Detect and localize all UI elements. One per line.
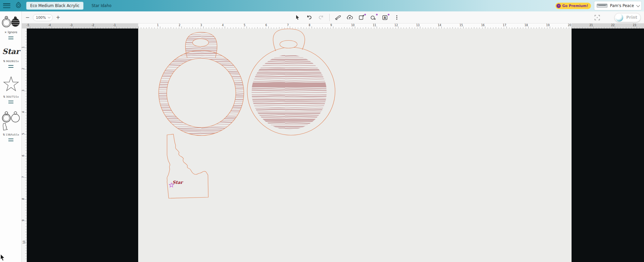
- select-tool-icon[interactable]: [294, 14, 301, 21]
- idaho-state-artwork[interactable]: Star: [167, 134, 208, 198]
- star-city-label: Star: [172, 180, 183, 185]
- more-options-icon[interactable]: [393, 14, 400, 21]
- printer-thumbnail: [597, 4, 607, 8]
- step-settings: 138/full/1x: [6, 133, 19, 136]
- step-engrave-text[interactable]: Star ⇅ 960/80/1x: [0, 48, 22, 68]
- tab-material[interactable]: Eco Medium Black Acrylic: [26, 2, 83, 9]
- artwork-layer: Star: [27, 29, 644, 262]
- glowforge-logo-icon[interactable]: [15, 2, 22, 10]
- zoom-out-button[interactable]: −: [25, 14, 30, 20]
- ignore-label: Ignore: [8, 31, 17, 34]
- premium-badge: [376, 14, 378, 15]
- speed-power-icon: ⇅: [3, 60, 5, 63]
- draw-tool-icon[interactable]: [335, 14, 341, 21]
- premium-badge: [388, 14, 389, 15]
- printer-selector[interactable]: Pam's Peace: [594, 1, 641, 10]
- mouse-cursor: [0, 254, 6, 261]
- go-premium-label: Go Premium!: [562, 4, 588, 8]
- step-drag-handle[interactable]: [8, 139, 13, 141]
- menu-icon[interactable]: [3, 3, 10, 8]
- vertical-ruler: 12345678910: [22, 29, 27, 262]
- print-label: Print: [626, 15, 637, 20]
- step-drag-handle[interactable]: [8, 65, 13, 68]
- text-tool-icon[interactable]: A: [382, 14, 388, 21]
- insert-image-icon[interactable]: [358, 14, 365, 21]
- step-drag-handle[interactable]: [8, 37, 13, 39]
- print-button[interactable]: Print: [614, 13, 641, 22]
- top-bar: Eco Medium Black Acrylic Star Idaho ⚡ Go…: [0, 0, 644, 11]
- upload-artwork-icon[interactable]: [346, 14, 353, 21]
- lightning-bolt-icon: ⚡: [556, 4, 561, 8]
- ignore-x-icon: ✕: [4, 31, 7, 34]
- star-shape-thumbnail: [3, 76, 19, 93]
- step-drag-handle[interactable]: [8, 101, 13, 103]
- print-sphere-icon: [615, 14, 623, 21]
- step-settings: 960/80/1x: [6, 60, 19, 63]
- printer-name: Pam's Peace: [610, 3, 634, 8]
- speed-power-icon: ⇅: [3, 95, 5, 98]
- cut-step-thumbnail: [1, 111, 21, 132]
- go-premium-button[interactable]: ⚡ Go Premium!: [555, 3, 591, 9]
- steps-sidebar: ✕ Ignore Star ⇅ 960/80/1x ⇅ 300/75/1x: [0, 11, 22, 262]
- canvas[interactable]: Star: [27, 29, 644, 262]
- insert-shape-icon[interactable]: [370, 14, 377, 21]
- step-settings: 300/75/1x: [6, 95, 19, 98]
- zoom-level-value: 100%: [36, 15, 46, 19]
- step-cut[interactable]: ⇅ 138/full/1x: [0, 111, 22, 141]
- engrave-text-thumbnail: Star: [2, 48, 20, 55]
- ornament-disc-artwork[interactable]: [247, 29, 335, 135]
- ornament-ring-artwork[interactable]: [159, 32, 244, 136]
- step-ignore-thumbnails: [1, 15, 21, 28]
- undo-icon[interactable]: [306, 14, 313, 21]
- chevron-down-icon: [636, 3, 640, 7]
- premium-badge: [364, 14, 366, 15]
- step-ignore[interactable]: ✕ Ignore: [0, 15, 22, 39]
- toolbar-divider: [329, 14, 330, 21]
- tab-design-name[interactable]: Star Idaho: [88, 2, 115, 9]
- chevron-down-icon: [48, 15, 50, 18]
- horizontal-ruler: -5-4-3-2-1123456789101112131415161718192…: [22, 23, 644, 29]
- zoom-in-button[interactable]: +: [56, 14, 60, 20]
- svg-text:A: A: [384, 16, 386, 19]
- redo-icon[interactable]: [318, 14, 324, 21]
- speed-power-icon: ⇅: [3, 133, 5, 136]
- camera-focus-icon[interactable]: [594, 14, 600, 21]
- zoom-level-dropdown[interactable]: 100%: [33, 14, 53, 21]
- toolbar: − 100% +: [22, 11, 644, 23]
- glowforge-app: Eco Medium Black Acrylic Star Idaho ⚡ Go…: [0, 0, 644, 262]
- step-engrave-star[interactable]: ⇅ 300/75/1x: [0, 76, 22, 103]
